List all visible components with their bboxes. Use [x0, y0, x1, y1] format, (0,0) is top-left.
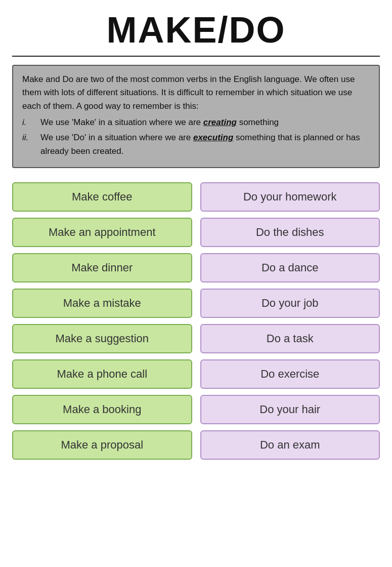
info-text-2: We use 'Do' in a situation where we are …	[40, 131, 370, 158]
pairs-grid: Make coffeeDo your homeworkMake an appoi…	[12, 182, 380, 460]
info-item-2: ii. We use 'Do' in a situation where we …	[22, 131, 370, 158]
page-title: MAKE/DO	[107, 9, 286, 51]
do-cell-7: Do an exam	[200, 430, 380, 460]
make-cell-5: Make a phone call	[12, 359, 192, 389]
do-cell-2: Do a dance	[200, 253, 380, 282]
make-cell-0: Make coffee	[12, 182, 192, 212]
do-cell-4: Do a task	[200, 324, 380, 353]
divider	[12, 56, 380, 57]
info-num-1: i.	[22, 116, 36, 129]
info-num-2: ii.	[22, 131, 36, 158]
do-cell-6: Do your hair	[200, 395, 380, 424]
make-cell-2: Make dinner	[12, 253, 192, 282]
make-cell-6: Make a booking	[12, 395, 192, 424]
creating-highlight: creating	[203, 117, 237, 127]
info-list: i. We use 'Make' in a situation where we…	[22, 116, 370, 158]
do-cell-5: Do exercise	[200, 359, 380, 389]
executing-highlight: executing	[193, 133, 233, 142]
do-cell-3: Do your job	[200, 289, 380, 318]
make-cell-4: Make a suggestion	[12, 324, 192, 353]
do-cell-0: Do your homework	[200, 182, 380, 212]
make-cell-7: Make a proposal	[12, 430, 192, 460]
do-cell-1: Do the dishes	[200, 218, 380, 247]
info-item-1: i. We use 'Make' in a situation where we…	[22, 116, 370, 129]
make-cell-1: Make an appointment	[12, 218, 192, 247]
make-cell-3: Make a mistake	[12, 289, 192, 318]
info-box: Make and Do are two of the most common v…	[12, 65, 380, 168]
info-intro: Make and Do are two of the most common v…	[22, 73, 370, 113]
info-text-1: We use 'Make' in a situation where we ar…	[40, 116, 279, 129]
